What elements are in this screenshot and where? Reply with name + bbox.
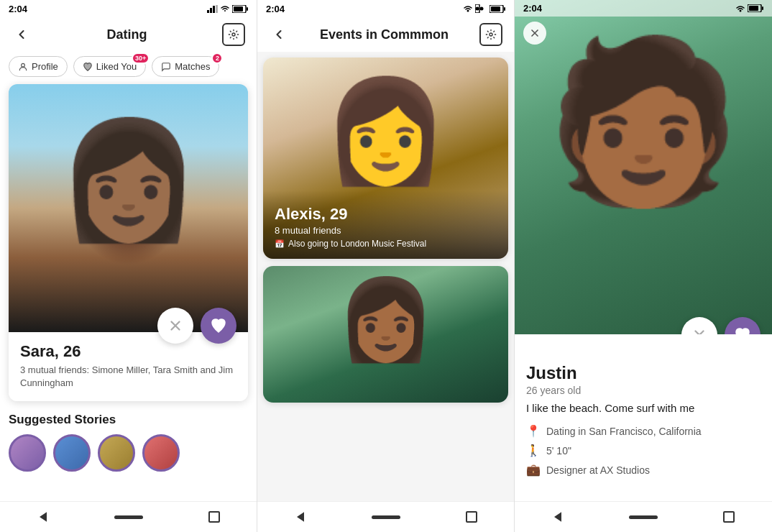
svg-rect-3 — [216, 5, 218, 13]
alexis-going: 📅 Also going to London Music Festival — [275, 239, 497, 249]
events-title: Events in Commmon — [320, 27, 449, 42]
tab-liked-you-label: Liked You — [96, 61, 137, 72]
svg-point-7 — [232, 33, 235, 36]
time-1: 2:04 — [9, 4, 27, 14]
close-button[interactable] — [523, 22, 546, 45]
sara-photo-bg — [9, 84, 248, 332]
nav-home-bar-1 — [114, 515, 143, 519]
justin-height: 5' 10" — [546, 445, 571, 457]
nav-home-bar-3 — [629, 515, 658, 519]
nav-square-2 — [466, 511, 477, 523]
card-actions — [157, 308, 236, 344]
events-header: Events in Commmon — [257, 17, 514, 52]
svg-rect-2 — [213, 6, 215, 13]
svg-point-19 — [490, 33, 492, 36]
nav-back-1[interactable] — [29, 508, 58, 526]
dating-header: Dating — [0, 17, 257, 52]
detail-photo-justin: 2:04 — [515, 0, 772, 334]
nav-back-3[interactable] — [543, 508, 572, 526]
svg-rect-5 — [234, 6, 243, 12]
nav-home-1[interactable] — [114, 508, 143, 526]
liked-you-icon — [83, 62, 93, 72]
events-list: Alexis, 29 8 mutual friends 📅 Also going… — [257, 52, 514, 501]
tab-matches[interactable]: Matches 2 — [152, 56, 219, 77]
matches-icon — [161, 62, 171, 72]
svg-point-8 — [22, 63, 25, 67]
story-avatar-2[interactable] — [53, 434, 91, 472]
wifi-icon — [221, 5, 229, 12]
story-avatar-1[interactable] — [9, 434, 46, 472]
back-button-1[interactable] — [12, 24, 32, 45]
svg-point-13 — [476, 7, 479, 11]
svg-marker-11 — [40, 512, 47, 521]
profile-detail-panel: 2:04 — [515, 0, 772, 532]
status-icons-1 — [207, 5, 248, 13]
tab-profile[interactable]: Profile — [9, 56, 68, 77]
nav-recents-3[interactable] — [714, 508, 743, 526]
time-3: 2:04 — [523, 3, 542, 14]
justin-job: Designer at AX Studios — [546, 464, 650, 476]
event-card-2[interactable] — [263, 266, 508, 403]
close-icon — [529, 27, 541, 39]
like-button[interactable] — [201, 308, 236, 344]
detail-like-button[interactable] — [725, 317, 760, 334]
bottom-nav-1 — [0, 501, 257, 532]
status-bar-1: 2:04 — [0, 0, 257, 17]
story-avatar-3[interactable] — [98, 434, 135, 472]
matches-badge: 2 — [211, 52, 223, 64]
gear-icon-2 — [485, 29, 497, 40]
status-icons-3 — [736, 4, 763, 12]
svg-rect-1 — [210, 8, 212, 13]
tab-bar: Profile Liked You 30+ Matches 2 — [0, 52, 257, 84]
svg-marker-20 — [297, 512, 304, 521]
nav-back-icon-3 — [551, 510, 565, 524]
person2-photo-bg — [263, 266, 508, 403]
justin-job-row: 💼 Designer at AX Studios — [526, 463, 760, 477]
event-card-alexis[interactable]: Alexis, 29 8 mutual friends 📅 Also going… — [263, 58, 508, 259]
events-panel: 2:04 Events in Commm — [257, 0, 515, 532]
battery-icon-2 — [490, 5, 505, 13]
wifi-icon-2 — [464, 5, 472, 12]
nav-recents-2[interactable] — [457, 508, 486, 526]
justin-bio: I like the beach. Come surf with me — [526, 402, 760, 414]
nav-home-bar-2 — [372, 515, 400, 519]
calendar-icon: 📅 — [275, 239, 285, 249]
back-button-2[interactable] — [269, 24, 289, 45]
tab-profile-label: Profile — [32, 61, 58, 72]
nav-back-2[interactable] — [286, 508, 315, 526]
svg-point-21 — [740, 9, 742, 12]
battery-icon-3 — [748, 4, 763, 12]
justin-age: 26 years old — [526, 385, 760, 396]
status-bar-2: 2:04 — [257, 0, 514, 17]
height-icon: 🚶 — [526, 444, 541, 457]
back-arrow-icon — [14, 27, 29, 42]
tab-liked-you[interactable]: Liked You 30+ — [73, 56, 146, 77]
suggested-stories: Suggested Stories — [0, 401, 257, 477]
status-bar-3: 2:04 — [515, 0, 772, 17]
skip-button[interactable] — [157, 308, 193, 344]
story-avatar-list — [9, 434, 248, 472]
dating-title: Dating — [107, 27, 147, 42]
detail-skip-button[interactable] — [681, 317, 717, 334]
svg-rect-23 — [749, 6, 758, 11]
settings-button-1[interactable] — [222, 23, 245, 46]
signal-icon — [207, 5, 218, 13]
suggested-title: Suggested Stories — [9, 413, 248, 427]
nav-recents-1[interactable] — [200, 508, 229, 526]
battery-icon — [232, 5, 248, 13]
nav-home-2[interactable] — [372, 508, 400, 526]
story-avatar-4[interactable] — [142, 434, 180, 472]
gear-icon-1 — [228, 29, 239, 40]
liked-you-badge: 30+ — [132, 52, 150, 64]
bottom-nav-3 — [515, 501, 772, 532]
svg-marker-29 — [554, 512, 561, 521]
justin-name: Justin — [526, 363, 760, 383]
nav-back-icon-1 — [36, 510, 50, 524]
tab-matches-label: Matches — [175, 61, 210, 72]
skip-icon — [167, 318, 183, 334]
nav-home-3[interactable] — [629, 508, 658, 526]
nav-square-1 — [208, 511, 220, 523]
time-2: 2:04 — [266, 4, 285, 14]
svg-point-12 — [467, 10, 469, 12]
settings-button-2[interactable] — [479, 23, 502, 46]
